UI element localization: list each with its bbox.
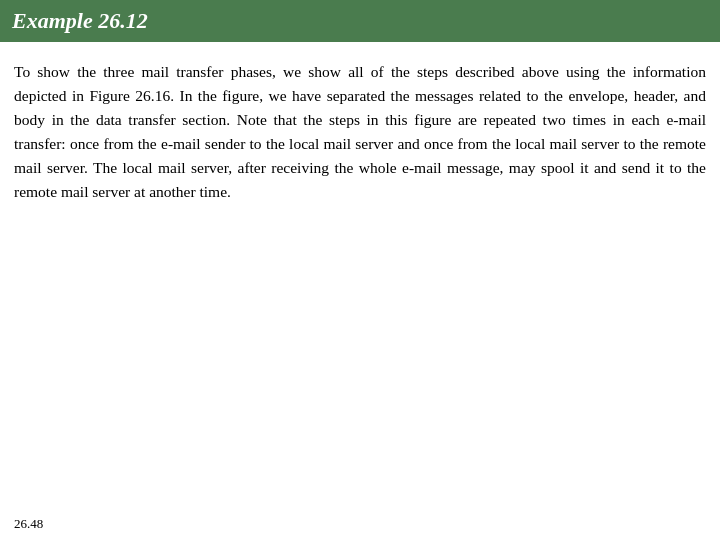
example-title: Example 26.12 xyxy=(12,8,148,34)
page-number: 26.48 xyxy=(14,516,43,531)
footer-area: 26.48 xyxy=(0,510,720,540)
body-paragraph: To show the three mail transfer phases, … xyxy=(14,60,706,204)
title-bar: Example 26.12 xyxy=(0,0,720,42)
page-container: Example 26.12 To show the three mail tra… xyxy=(0,0,720,540)
content-area: To show the three mail transfer phases, … xyxy=(0,42,720,510)
